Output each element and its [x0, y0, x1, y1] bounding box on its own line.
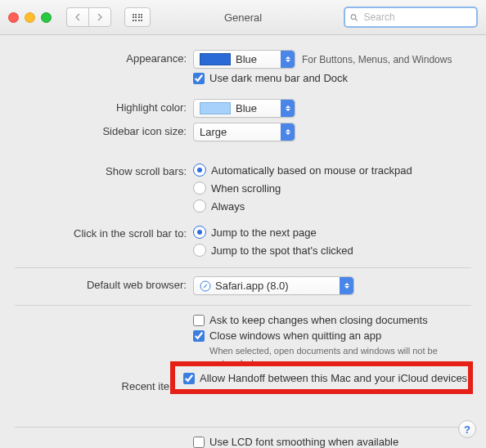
- divider: [15, 427, 471, 428]
- preferences-window: General Appearance: Blue For Buttons, Me…: [0, 0, 486, 448]
- chevron-right-icon: [97, 13, 103, 21]
- highlight-label: Highlight color:: [15, 99, 193, 114]
- browser-label: Default web browser:: [15, 276, 193, 291]
- chevron-left-icon: [74, 13, 81, 21]
- ask-changes-checkbox-input[interactable]: [193, 315, 205, 326]
- recent-items-label: Recent items:: [15, 378, 193, 392]
- radio-label: Always: [211, 200, 245, 213]
- close-window-button[interactable]: [8, 12, 19, 23]
- radio-label: Automatically based on mouse or trackpad: [211, 164, 412, 177]
- close-windows-label: Close windows when quitting an app: [209, 329, 381, 342]
- dark-menu-label: Use dark menu bar and Dock: [209, 72, 348, 84]
- close-windows-checkbox[interactable]: Close windows when quitting an app: [193, 329, 471, 342]
- radio-label: When scrolling: [211, 182, 281, 195]
- show-all-button[interactable]: [124, 7, 151, 27]
- browser-value: Safari.app (8.0): [215, 280, 289, 292]
- browser-select[interactable]: Safari.app (8.0): [193, 276, 354, 295]
- window-controls: [8, 12, 52, 23]
- search-field[interactable]: [344, 7, 478, 28]
- stepper-arrows-icon: [340, 277, 353, 294]
- titlebar: General: [0, 0, 486, 35]
- minimize-window-button[interactable]: [25, 12, 35, 23]
- handoff-checkbox[interactable]: Allow Handoff between this Mac and your …: [183, 372, 467, 384]
- scrollbars-radio-always[interactable]: Always: [193, 199, 471, 213]
- search-input[interactable]: [362, 11, 471, 24]
- sidebar-size-value: Large: [200, 126, 227, 138]
- ask-changes-checkbox[interactable]: Ask to keep changes when closing documen…: [193, 314, 471, 326]
- back-button[interactable]: [66, 7, 88, 27]
- click-scroll-label: Click in the scroll bar to:: [15, 225, 193, 240]
- scrollbars-label: Show scroll bars:: [15, 163, 193, 177]
- svg-line-1: [355, 19, 357, 20]
- stepper-arrows-icon: [281, 123, 295, 141]
- scrollbars-radio-when[interactable]: When scrolling: [193, 181, 471, 195]
- appearance-label: Appearance:: [15, 50, 193, 65]
- highlight-annotation: Allow Handoff between this Mac and your …: [170, 361, 473, 394]
- click-scroll-radio-next[interactable]: Jump to the next page: [193, 225, 471, 240]
- close-windows-checkbox-input[interactable]: [193, 330, 205, 342]
- ask-changes-label: Ask to keep changes when closing documen…: [209, 314, 428, 326]
- click-scroll-radio-spot[interactable]: Jump to the spot that's clicked: [193, 243, 471, 258]
- help-button[interactable]: ?: [458, 420, 476, 438]
- svg-point-0: [351, 14, 356, 19]
- divider: [15, 305, 471, 306]
- forward-button[interactable]: [88, 7, 111, 27]
- highlight-select[interactable]: Blue: [193, 99, 295, 118]
- appearance-hint: For Buttons, Menus, and Windows: [302, 54, 452, 65]
- nav-segment: [66, 7, 111, 27]
- dark-menu-checkbox[interactable]: Use dark menu bar and Dock: [193, 72, 471, 84]
- grid-icon: [133, 14, 143, 21]
- lcd-smoothing-checkbox[interactable]: Use LCD font smoothing when available: [193, 436, 471, 448]
- handoff-checkbox-input[interactable]: [183, 373, 195, 384]
- lcd-smoothing-label: Use LCD font smoothing when available: [209, 436, 398, 448]
- sidebar-size-select[interactable]: Large: [193, 123, 295, 141]
- zoom-window-button[interactable]: [41, 12, 52, 23]
- appearance-select[interactable]: Blue: [193, 50, 295, 69]
- safari-icon: [200, 280, 211, 292]
- radio-label: Jump to the next page: [211, 226, 317, 239]
- search-icon: [350, 13, 358, 22]
- handoff-label: Allow Handoff between this Mac and your …: [200, 372, 467, 384]
- stepper-arrows-icon: [281, 100, 295, 117]
- highlight-value: Blue: [236, 102, 257, 114]
- dark-menu-checkbox-input[interactable]: [193, 73, 205, 84]
- sidebar-size-label: Sidebar icon size:: [15, 123, 193, 137]
- help-icon: ?: [464, 423, 470, 436]
- appearance-value: Blue: [236, 53, 257, 65]
- radio-label: Jump to the spot that's clicked: [211, 244, 353, 257]
- scrollbars-radio-auto[interactable]: Automatically based on mouse or trackpad: [193, 163, 471, 177]
- divider: [15, 267, 471, 268]
- color-swatch-icon: [200, 102, 231, 114]
- color-swatch-icon: [200, 53, 231, 65]
- stepper-arrows-icon: [281, 51, 295, 68]
- lcd-smoothing-checkbox-input[interactable]: [193, 437, 205, 448]
